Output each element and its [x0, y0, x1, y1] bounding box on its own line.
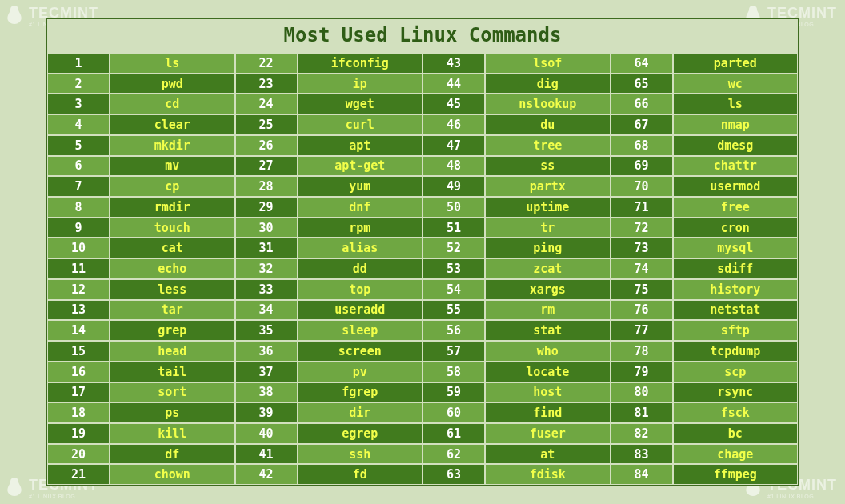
command-cell: mkdir — [110, 135, 235, 156]
rank-cell: 77 — [611, 320, 673, 341]
table-row: 58locate — [422, 362, 611, 382]
table-row: 22ifconfig — [235, 53, 423, 74]
table-row: 35sleep — [235, 320, 423, 341]
table-row: 65wc — [611, 74, 799, 94]
command-cell: fd — [298, 464, 423, 485]
table-row: 40egrep — [235, 423, 423, 444]
command-cell: fgrep — [298, 382, 423, 403]
rank-cell: 79 — [611, 362, 673, 382]
rank-cell: 58 — [422, 362, 485, 382]
command-cell: cron — [673, 218, 799, 238]
command-cell: nmap — [673, 114, 799, 135]
rank-cell: 8 — [47, 197, 110, 218]
penguin-icon — [5, 477, 24, 499]
rank-cell: 23 — [235, 74, 298, 94]
command-cell: bc — [673, 423, 799, 444]
table-row: 11echo — [47, 258, 235, 279]
command-cell: free — [673, 197, 799, 218]
table-row: 7cp — [47, 176, 235, 197]
command-cell: lsof — [485, 53, 611, 74]
commands-column: 22ifconfig23ip24wget25curl26apt27apt-get… — [235, 53, 423, 485]
rank-cell: 46 — [422, 114, 485, 135]
rank-cell: 25 — [235, 114, 298, 135]
command-cell: fsck — [673, 402, 799, 423]
table-row: 33top — [235, 279, 423, 300]
table-row: 57who — [422, 341, 611, 362]
table-row: 83chage — [611, 444, 799, 465]
rank-cell: 39 — [235, 402, 298, 423]
rank-cell: 70 — [611, 176, 673, 197]
command-cell: useradd — [298, 300, 423, 321]
rank-cell: 33 — [235, 279, 298, 300]
command-cell: locate — [485, 362, 611, 382]
table-row: 70usermod — [611, 176, 799, 197]
command-cell: host — [485, 382, 611, 403]
command-cell: rmdir — [110, 197, 235, 218]
rank-cell: 13 — [47, 300, 110, 321]
rank-cell: 78 — [611, 341, 673, 362]
rank-cell: 20 — [47, 444, 110, 465]
command-cell: xargs — [485, 279, 611, 300]
table-row: 82bc — [611, 423, 799, 444]
command-cell: apt-get — [298, 156, 423, 177]
rank-cell: 15 — [47, 341, 110, 362]
rank-cell: 82 — [611, 423, 673, 444]
rank-cell: 68 — [611, 135, 673, 156]
table-row: 52ping — [422, 238, 611, 258]
table-row: 21chown — [47, 464, 235, 485]
rank-cell: 63 — [422, 464, 485, 485]
command-cell: cd — [110, 94, 235, 114]
command-cell: grep — [110, 320, 235, 341]
command-cell: partx — [485, 176, 611, 197]
rank-cell: 12 — [47, 279, 110, 300]
command-cell: top — [298, 279, 423, 300]
rank-cell: 43 — [422, 53, 485, 74]
table-row: 5mkdir — [47, 135, 235, 156]
table-row: 80rsync — [611, 382, 799, 403]
table-row: 66ls — [611, 94, 799, 114]
command-cell: ss — [485, 156, 611, 177]
table-row: 42fd — [235, 464, 423, 485]
command-cell: who — [485, 341, 611, 362]
rank-cell: 55 — [422, 300, 485, 321]
watermark-tagline: #1 LINUX BLOG — [29, 494, 98, 499]
table-row: 77sftp — [611, 320, 799, 341]
table-row: 3cd — [47, 94, 235, 114]
commands-column: 1ls2pwd3cd4clear5mkdir6mv7cp8rmdir9touch… — [47, 53, 235, 485]
command-cell: echo — [110, 258, 235, 279]
rank-cell: 81 — [611, 402, 673, 423]
command-cell: cat — [110, 238, 235, 258]
command-cell: wc — [673, 74, 799, 94]
rank-cell: 21 — [47, 464, 110, 485]
command-cell: rpm — [298, 218, 423, 238]
rank-cell: 80 — [611, 382, 673, 403]
table-row: 1ls — [47, 53, 235, 74]
table-row: 30rpm — [235, 218, 423, 238]
table-row: 31alias — [235, 238, 423, 258]
table-row: 73mysql — [611, 238, 799, 258]
table-row: 68dmesg — [611, 135, 799, 156]
rank-cell: 27 — [235, 156, 298, 177]
rank-cell: 18 — [47, 402, 110, 423]
table-row: 79scp — [611, 362, 799, 382]
command-cell: uptime — [485, 197, 611, 218]
table-row: 49partx — [422, 176, 611, 197]
table-row: 15head — [47, 341, 235, 362]
command-cell: netstat — [673, 300, 799, 321]
rank-cell: 45 — [422, 94, 485, 114]
command-cell: wget — [298, 94, 423, 114]
table-row: 76netstat — [611, 300, 799, 321]
command-cell: tr — [485, 218, 611, 238]
rank-cell: 40 — [235, 423, 298, 444]
rank-cell: 59 — [422, 382, 485, 403]
table-row: 18ps — [47, 402, 235, 423]
rank-cell: 48 — [422, 156, 485, 177]
table-row: 81fsck — [611, 402, 799, 423]
table-row: 55rm — [422, 300, 611, 321]
table-row: 50uptime — [422, 197, 611, 218]
command-cell: mysql — [673, 238, 799, 258]
table-row: 6mv — [47, 156, 235, 177]
table-row: 59host — [422, 382, 611, 403]
table-row: 24wget — [235, 94, 423, 114]
command-cell: at — [485, 444, 611, 465]
